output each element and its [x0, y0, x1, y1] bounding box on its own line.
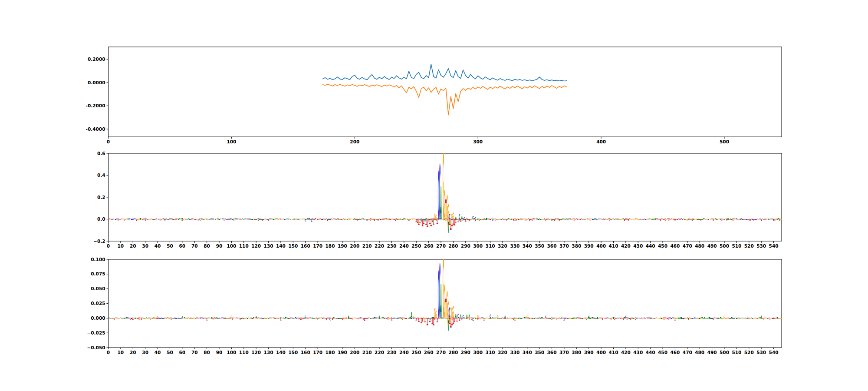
logo-letter-A: A [181, 316, 183, 319]
x-tick-label: 150 [288, 243, 298, 249]
x-tick-label: 380 [572, 350, 581, 355]
logo-letter-T: T [563, 317, 565, 321]
x-tick-label: 340 [523, 243, 532, 249]
x-tick-label: 260 [424, 243, 434, 249]
panel-top-series [323, 64, 567, 115]
logo-letter-A: A [403, 217, 405, 219]
logo-letter-T: T [424, 316, 426, 324]
logo-letter-A: A [504, 315, 506, 318]
logo-letter-C: C [462, 315, 464, 319]
logo-letter-A: A [440, 274, 441, 329]
x-tick-label: 170 [313, 350, 322, 355]
x-tick-label: 60 [179, 243, 186, 249]
x-tick-label: 350 [535, 243, 544, 249]
line-orange [323, 84, 567, 115]
logo-letter-T: T [514, 317, 516, 321]
x-tick-label: 20 [130, 350, 136, 355]
logo-letter-G: G [723, 315, 725, 319]
x-tick-label: 110 [239, 350, 249, 355]
logo-letter-G: G [319, 218, 321, 219]
x-tick-label: 140 [276, 243, 286, 249]
x-tick-label: 230 [387, 243, 397, 249]
logo-letter-G: G [514, 218, 516, 219]
logo-letter-C: C [311, 219, 312, 222]
x-tick-label: 520 [744, 350, 754, 355]
x-tick-label: 440 [646, 243, 655, 249]
panel-top-spines [108, 47, 782, 137]
logo-letter-G: G [349, 217, 351, 219]
x-tick-label: 500 [720, 139, 729, 144]
panel-bottom-content: TGATGATCCATATAGTTTTTTTCTTGGTCCAGGTGGACTT… [108, 239, 782, 338]
logo-letter-C: C [545, 315, 547, 318]
x-tick-label: 220 [375, 243, 384, 249]
x-tick-label: 470 [683, 350, 692, 355]
x-tick-label: 30 [142, 243, 148, 249]
x-tick-label: 130 [264, 350, 273, 355]
x-tick-label: 40 [155, 350, 161, 355]
x-tick-label: 250 [411, 350, 421, 355]
logo-letter-G: G [413, 315, 414, 319]
x-tick-label: 120 [251, 350, 261, 355]
logo-letter-C: C [305, 219, 306, 222]
x-tick-label: 360 [547, 350, 557, 355]
logo-letter-C: C [625, 218, 626, 219]
x-tick-label: 320 [498, 243, 507, 249]
x-tick-label: 60 [179, 350, 186, 355]
y-tick-label: 0.0000 [88, 80, 105, 85]
x-tick-label: 130 [264, 243, 273, 249]
logo-letter-C: C [329, 318, 331, 321]
x-tick-label: 330 [510, 243, 519, 249]
x-tick-label: 540 [769, 350, 779, 355]
x-tick-label: 50 [167, 350, 173, 355]
logo-letter-C: C [337, 218, 338, 220]
x-tick-label: 390 [584, 243, 594, 249]
logo-letter-C: C [736, 218, 737, 220]
x-tick-label: 190 [338, 350, 347, 355]
x-tick-label: 330 [510, 350, 519, 355]
x-tick-label: 160 [301, 350, 310, 355]
x-tick-label: 410 [609, 243, 618, 249]
y-tick-label: 0.100 [91, 257, 105, 262]
logo-letter-T: T [674, 317, 676, 321]
matplotlib-figure: 01002003004005000.20000.0000-0.2000-0.40… [0, 0, 868, 391]
x-tick-label: 70 [191, 243, 198, 249]
logo-letters: TGATGATCCATATAGTTTTTTTCTTGGTCCAGGTGGACTT… [132, 239, 763, 338]
y-tick-label: 0.4 [97, 172, 105, 178]
logo-letter-T: T [469, 219, 470, 221]
x-tick-label: 470 [683, 243, 692, 249]
x-tick-label: 190 [338, 243, 347, 249]
y-tick-label: -0.4000 [86, 126, 105, 132]
x-tick-label: 400 [596, 350, 606, 355]
x-tick-label: 420 [621, 350, 631, 355]
logo-letter-C: C [533, 218, 534, 220]
x-tick-label: 370 [559, 350, 569, 355]
x-tick-label: 390 [584, 350, 594, 355]
logo-letter-T: T [455, 218, 457, 224]
logo-letter-T: T [416, 317, 418, 321]
x-tick-label: 450 [658, 243, 667, 249]
x-tick-label: 280 [448, 243, 458, 249]
x-tick-label: 80 [204, 243, 210, 249]
x-tick-label: 310 [486, 243, 495, 249]
x-tick-label: 90 [216, 243, 223, 249]
logo-letter-C: C [490, 314, 491, 319]
x-tick-label: 400 [596, 139, 606, 144]
x-tick-label: 80 [204, 350, 210, 355]
x-tick-label: 110 [239, 243, 249, 249]
logo-letter-A: A [466, 217, 468, 219]
x-tick-label: 450 [658, 350, 667, 355]
logo-letter-T: T [132, 318, 134, 320]
x-tick-label: 10 [118, 350, 124, 355]
x-tick-label: 400 [596, 243, 606, 249]
x-tick-label: 180 [326, 350, 335, 355]
x-tick-label: 540 [769, 243, 779, 249]
x-tick-label: 430 [633, 350, 643, 355]
x-tick-label: 380 [572, 243, 581, 249]
x-tick-label: 410 [609, 350, 618, 355]
x-tick-label: 350 [535, 350, 544, 355]
x-tick-label: 460 [670, 350, 680, 355]
logo-letter-C: C [307, 217, 309, 219]
x-tick-label: 160 [301, 243, 310, 249]
logo-letter-C: C [315, 218, 316, 220]
x-tick-label: 100 [227, 350, 236, 355]
